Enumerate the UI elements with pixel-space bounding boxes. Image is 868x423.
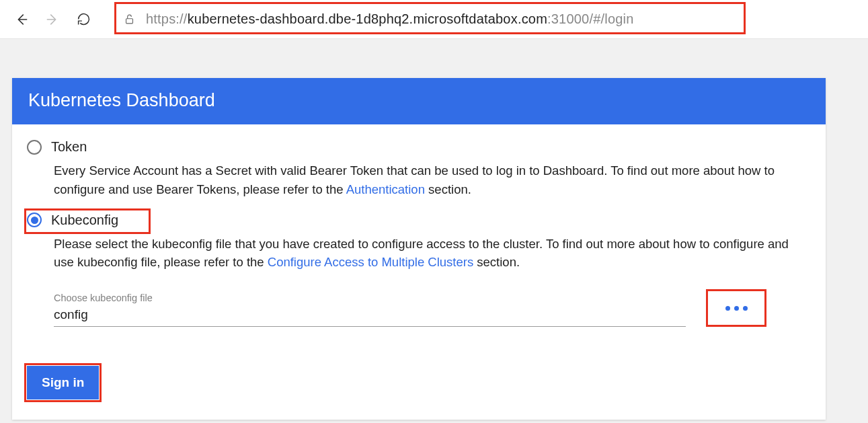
- ellipsis-icon: [725, 306, 748, 311]
- page-content: Kubernetes Dashboard Token Every Service…: [0, 39, 868, 423]
- file-field-value: config: [54, 306, 686, 327]
- authentication-link[interactable]: Authentication: [346, 182, 425, 196]
- kubeconfig-file-field[interactable]: Choose kubeconfig file config: [54, 293, 686, 327]
- radio-token[interactable]: [27, 140, 42, 155]
- kubeconfig-desc-post: section.: [473, 255, 520, 269]
- login-card: Kubernetes Dashboard Token Every Service…: [12, 78, 826, 420]
- configure-clusters-link[interactable]: Configure Access to Multiple Clusters: [268, 255, 473, 269]
- browser-toolbar: https://kubernetes-dashboard.dbe-1d8phq2…: [0, 0, 868, 39]
- back-button[interactable]: [8, 6, 35, 33]
- refresh-icon: [77, 12, 91, 26]
- url-scheme: https://: [146, 11, 188, 26]
- option-token: Token Every Service Account has a Secret…: [27, 139, 811, 199]
- option-kubeconfig-header[interactable]: Kubeconfig: [27, 213, 811, 228]
- option-kubeconfig-label: Kubeconfig: [51, 213, 118, 228]
- svg-rect-0: [126, 19, 133, 24]
- option-token-desc: Every Service Account has a Secret with …: [54, 161, 793, 199]
- file-field-row: Choose kubeconfig file config: [54, 289, 811, 327]
- lock-icon: [124, 13, 135, 26]
- signin-row: Sign in: [27, 366, 99, 399]
- option-token-header[interactable]: Token: [27, 139, 811, 155]
- address-bar[interactable]: https://kubernetes-dashboard.dbe-1d8phq2…: [114, 6, 860, 33]
- option-kubeconfig-desc: Please select the kubeconfig file that y…: [54, 235, 793, 272]
- token-desc-post: section.: [425, 182, 471, 196]
- refresh-button[interactable]: [70, 6, 97, 33]
- url-host: kubernetes-dashboard.dbe-1d8phq2.microso…: [188, 11, 547, 26]
- url-path: :31000/#/login: [547, 11, 633, 26]
- url-text: https://kubernetes-dashboard.dbe-1d8phq2…: [146, 11, 634, 27]
- signin-button[interactable]: Sign in: [27, 366, 99, 399]
- arrow-right-icon: [45, 12, 60, 27]
- radio-kubeconfig[interactable]: [27, 213, 42, 227]
- option-token-label: Token: [51, 139, 87, 155]
- card-title: Kubernetes Dashboard: [12, 78, 826, 124]
- forward-button[interactable]: [39, 6, 66, 33]
- file-field-label: Choose kubeconfig file: [54, 293, 686, 303]
- card-body: Token Every Service Account has a Secret…: [12, 124, 826, 420]
- browse-file-button[interactable]: [706, 289, 766, 327]
- option-kubeconfig: Kubeconfig Please select the kubeconfig …: [27, 213, 811, 328]
- arrow-left-icon: [14, 12, 29, 27]
